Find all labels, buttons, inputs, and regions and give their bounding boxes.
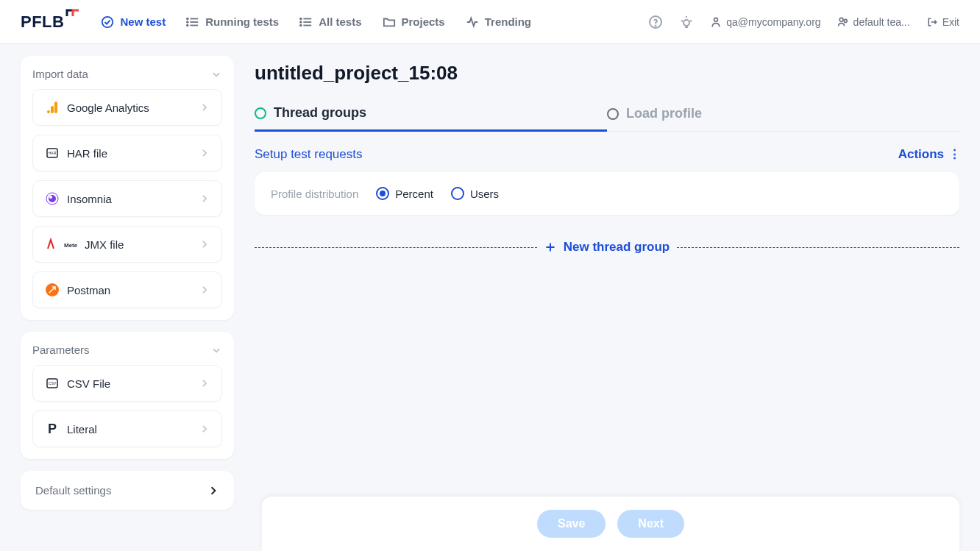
svg-point-5 xyxy=(187,21,188,23)
nav-trending[interactable]: Trending xyxy=(466,15,531,29)
svg-line-18 xyxy=(690,21,692,21)
chevron-right-icon xyxy=(199,239,210,249)
svg-point-29 xyxy=(49,195,56,202)
card-label: Insomnia xyxy=(67,193,112,205)
tab-thread-groups[interactable]: Thread groups xyxy=(255,105,607,132)
svg-point-4 xyxy=(187,18,188,19)
footer-bar: Save Next xyxy=(262,497,959,522)
parameters-header[interactable]: Parameters xyxy=(32,344,222,356)
team-name: default tea... xyxy=(853,16,910,28)
nav-running-tests[interactable]: Running tests xyxy=(186,15,279,29)
help-button[interactable] xyxy=(648,15,663,29)
postman-icon xyxy=(45,282,60,297)
nav-label: Trending xyxy=(485,15,531,28)
next-button[interactable]: Next xyxy=(617,510,684,522)
svg-point-0 xyxy=(102,16,113,26)
svg-point-6 xyxy=(187,24,188,26)
plus-icon xyxy=(544,241,556,253)
nav-label: Projects xyxy=(402,15,445,28)
tabs: Thread groups Load profile xyxy=(255,105,959,132)
import-insomnia[interactable]: Insomnia xyxy=(32,180,222,217)
literal-icon: P xyxy=(45,422,60,436)
tab-label: Thread groups xyxy=(274,105,366,121)
import-har-file[interactable]: HAR HAR file xyxy=(32,135,222,171)
actions-label: Actions xyxy=(898,147,944,162)
nav-label: Running tests xyxy=(205,15,279,28)
svg-text:Meter: Meter xyxy=(64,242,77,249)
param-literal[interactable]: P Literal xyxy=(32,410,222,447)
nav-label: All tests xyxy=(319,15,361,28)
list-icon xyxy=(186,15,199,29)
save-button[interactable]: Save xyxy=(537,510,606,522)
svg-point-21 xyxy=(839,18,843,21)
import-postman[interactable]: Postman xyxy=(32,271,222,308)
tab-load-profile[interactable]: Load profile xyxy=(607,105,959,131)
project-title: untitled_project_15:08 xyxy=(255,62,959,85)
import-jmx-file[interactable]: Meter JMX file xyxy=(32,226,222,263)
new-thread-group-button[interactable]: New thread group xyxy=(255,235,959,259)
svg-point-20 xyxy=(714,18,718,21)
chevron-right-icon xyxy=(199,102,210,113)
sidebar: Import data Google Analytics HAR HAR fil… xyxy=(21,56,234,510)
chevron-down-icon xyxy=(210,344,222,356)
import-data-header[interactable]: Import data xyxy=(32,68,222,80)
chevron-right-icon xyxy=(199,424,210,434)
chevron-right-icon xyxy=(199,148,210,158)
exit-label: Exit xyxy=(942,16,959,28)
hint-button[interactable] xyxy=(679,15,694,29)
status-circle-icon xyxy=(607,108,619,120)
svg-line-17 xyxy=(681,21,683,21)
param-csv-file[interactable]: CSV CSV File xyxy=(32,365,222,402)
radio-icon xyxy=(451,187,464,200)
csv-icon: CSV xyxy=(45,376,60,391)
subheader: Setup test requests Actions ⋮ xyxy=(255,146,959,162)
panel-title: Parameters xyxy=(32,344,90,356)
list-icon xyxy=(299,15,313,29)
svg-point-22 xyxy=(844,19,847,22)
import-google-analytics[interactable]: Google Analytics xyxy=(32,89,222,126)
check-circle-icon xyxy=(101,15,114,29)
svg-rect-24 xyxy=(51,106,54,113)
actions-menu[interactable]: Actions ⋮ xyxy=(898,146,959,162)
card-label: Literal xyxy=(67,423,97,436)
card-label: HAR file xyxy=(67,147,107,160)
svg-text:HAR: HAR xyxy=(49,151,57,155)
header-right: qa@mycompany.org default tea... Exit xyxy=(648,15,959,29)
activity-icon xyxy=(466,15,479,29)
nav-new-test[interactable]: New test xyxy=(101,15,166,29)
nav-label: New test xyxy=(120,15,166,28)
svg-point-10 xyxy=(300,18,302,19)
radio-label: Users xyxy=(470,188,499,200)
status-circle-icon xyxy=(255,107,266,119)
radio-users[interactable]: Users xyxy=(451,187,499,200)
new-group-label: New thread group xyxy=(564,240,670,255)
import-data-panel: Import data Google Analytics HAR HAR fil… xyxy=(21,56,234,320)
svg-text:CSV: CSV xyxy=(49,381,57,385)
folder-icon xyxy=(383,15,396,29)
radio-label: Percent xyxy=(395,188,433,200)
profile-distribution-box: Profile distribution Percent Users xyxy=(255,172,959,215)
svg-point-12 xyxy=(300,24,302,26)
user-menu[interactable]: qa@mycompany.org xyxy=(710,16,820,28)
exit-button[interactable]: Exit xyxy=(926,16,959,28)
logo-text: PFLB xyxy=(21,13,64,32)
svg-rect-23 xyxy=(54,102,57,113)
card-label: JMX file xyxy=(85,238,124,251)
logo[interactable]: PFLB xyxy=(21,13,80,32)
team-menu[interactable]: default tea... xyxy=(837,16,910,28)
chevron-right-icon xyxy=(199,378,210,388)
nav-all-tests[interactable]: All tests xyxy=(299,15,361,29)
svg-point-15 xyxy=(683,20,689,26)
chevron-right-icon xyxy=(199,193,210,204)
tab-label: Load profile xyxy=(626,106,702,121)
svg-point-30 xyxy=(49,196,52,199)
default-settings[interactable]: Default settings xyxy=(21,471,234,510)
settings-label: Default settings xyxy=(35,484,111,497)
radio-percent[interactable]: Percent xyxy=(376,187,433,200)
setup-label: Setup test requests xyxy=(255,147,362,162)
svg-point-11 xyxy=(300,21,302,23)
har-icon: HAR xyxy=(45,146,60,160)
main-nav: New test Running tests All tests Project… xyxy=(101,15,628,29)
svg-point-14 xyxy=(656,25,656,26)
nav-projects[interactable]: Projects xyxy=(383,15,445,29)
